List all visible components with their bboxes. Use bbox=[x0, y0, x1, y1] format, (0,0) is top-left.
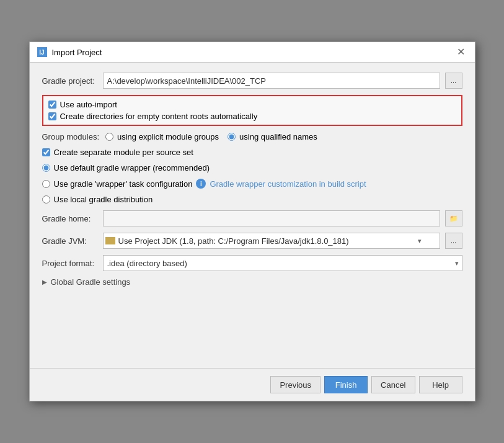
use-auto-import-row[interactable]: Use auto-import bbox=[48, 100, 456, 109]
use-local-distribution-option[interactable]: Use local gradle distribution bbox=[42, 195, 462, 204]
folder-icon: 📁 bbox=[449, 215, 458, 223]
create-separate-module-label: Create separate module per source set bbox=[54, 148, 193, 157]
jvm-browse-button[interactable]: ... bbox=[445, 233, 462, 249]
gradle-home-label: Gradle home: bbox=[42, 214, 98, 223]
global-gradle-settings-row[interactable]: ▶ Global Gradle settings bbox=[42, 277, 462, 287]
cancel-button[interactable]: Cancel bbox=[371, 376, 415, 393]
dialog-icon: IJ bbox=[37, 47, 47, 57]
title-bar: IJ Import Project ✕ bbox=[30, 42, 475, 63]
explicit-module-groups-label: using explicit module groups bbox=[117, 132, 219, 141]
browse-button[interactable]: ... bbox=[445, 73, 462, 89]
help-button[interactable]: Help bbox=[419, 376, 462, 393]
use-task-wrapper-row: Use gradle 'wrapper' task configuration … bbox=[42, 179, 462, 189]
dialog-title: Import Project bbox=[52, 48, 102, 57]
title-bar-left: IJ Import Project bbox=[37, 47, 102, 57]
wrapper-info-icon[interactable]: i bbox=[196, 179, 206, 189]
project-format-select-wrapper: .idea (directory based) Eclipse (.classp… bbox=[103, 255, 462, 271]
gradle-home-row: Gradle home: 📁 bbox=[42, 210, 462, 226]
create-separate-module-checkbox[interactable] bbox=[42, 148, 50, 156]
explicit-module-groups-option[interactable]: using explicit module groups bbox=[105, 132, 219, 141]
gradle-project-row: Gradle project: ... bbox=[42, 73, 462, 89]
create-directories-label: Create directories for empty content roo… bbox=[60, 112, 258, 121]
use-local-distribution-label: Use local gradle distribution bbox=[54, 195, 153, 204]
qualified-names-label: using qualified names bbox=[239, 132, 317, 141]
group-modules-radio-group: using explicit module groups using quali… bbox=[105, 132, 317, 141]
qualified-names-option[interactable]: using qualified names bbox=[228, 132, 317, 141]
dialog-content: Gradle project: ... Use auto-import Crea… bbox=[30, 63, 475, 368]
use-task-wrapper-option[interactable]: Use gradle 'wrapper' task configuration bbox=[42, 179, 193, 189]
gradle-home-browse-button[interactable]: 📁 bbox=[445, 210, 462, 226]
create-directories-checkbox[interactable] bbox=[48, 112, 56, 120]
gradle-jvm-select-wrapper: Use Project JDK (1.8, path: C:/Program F… bbox=[103, 233, 440, 249]
project-format-select[interactable]: .idea (directory based) Eclipse (.classp… bbox=[103, 255, 462, 271]
import-project-dialog: IJ Import Project ✕ Gradle project: ... … bbox=[29, 42, 475, 401]
close-button[interactable]: ✕ bbox=[454, 47, 467, 57]
gradle-project-label: Gradle project: bbox=[42, 76, 98, 86]
gradle-jvm-select[interactable]: Use Project JDK (1.8, path: C:/Program F… bbox=[103, 233, 440, 249]
previous-button[interactable]: Previous bbox=[270, 376, 321, 393]
dialog-footer: Previous Finish Cancel Help bbox=[30, 368, 475, 401]
highlighted-options-box: Use auto-import Create directories for e… bbox=[42, 95, 462, 126]
create-directories-row[interactable]: Create directories for empty content roo… bbox=[48, 112, 456, 121]
gradle-jvm-label: Gradle JVM: bbox=[42, 236, 98, 246]
expand-arrow-icon: ▶ bbox=[42, 279, 47, 285]
use-default-wrapper-option[interactable]: Use default gradle wrapper (recommended) bbox=[42, 163, 462, 172]
project-format-label: Project format: bbox=[42, 259, 98, 268]
gradle-home-input[interactable] bbox=[103, 210, 440, 226]
create-separate-module-row[interactable]: Create separate module per source set bbox=[42, 148, 462, 157]
use-auto-import-label: Use auto-import bbox=[60, 100, 117, 109]
use-task-wrapper-label: Use gradle 'wrapper' task configuration bbox=[54, 179, 193, 189]
group-modules-label: Group modules: bbox=[42, 132, 100, 141]
project-format-row: Project format: .idea (directory based) … bbox=[42, 255, 462, 271]
gradle-jvm-row: Gradle JVM: Use Project JDK (1.8, path: … bbox=[42, 233, 462, 249]
global-gradle-settings-label: Global Gradle settings bbox=[51, 277, 131, 287]
use-default-wrapper-label: Use default gradle wrapper (recommended) bbox=[54, 163, 210, 172]
use-auto-import-checkbox[interactable] bbox=[48, 101, 56, 109]
group-modules-row: Group modules: using explicit module gro… bbox=[42, 132, 462, 141]
gradle-project-input[interactable] bbox=[103, 73, 440, 89]
finish-button[interactable]: Finish bbox=[324, 376, 368, 393]
wrapper-link-text[interactable]: Gradle wrapper customization in build sc… bbox=[210, 179, 366, 189]
